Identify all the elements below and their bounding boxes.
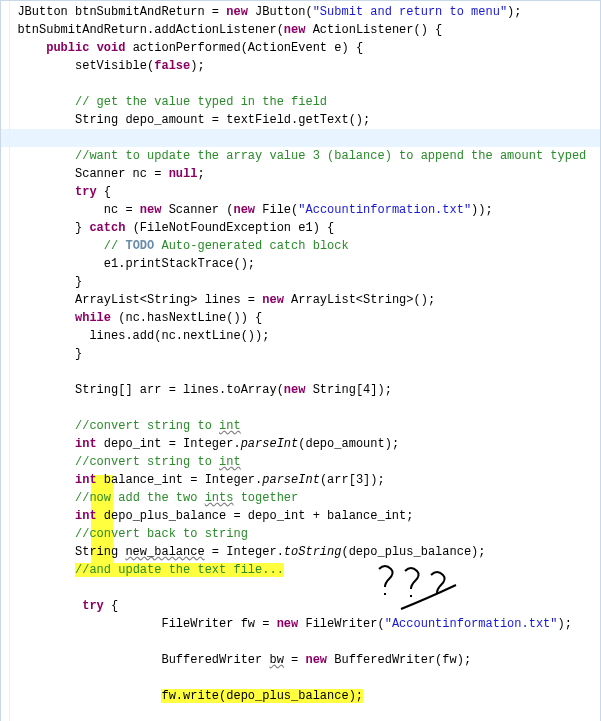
code-token: // <box>104 239 126 253</box>
code-token: } <box>3 347 82 361</box>
code-token: new <box>277 617 299 631</box>
code-line <box>1 129 600 147</box>
code-token <box>3 437 75 451</box>
code-editor[interactable]: JButton btnSubmitAndReturn = new JButton… <box>0 0 601 721</box>
code-token: TODO <box>125 239 154 253</box>
code-token <box>3 5 17 19</box>
code-line: int balance_int = Integer.parseInt(arr[3… <box>1 471 600 489</box>
code-token: parseInt <box>262 473 320 487</box>
code-line: } catch (FileNotFoundException e1) { <box>1 219 600 237</box>
code-line <box>1 669 600 687</box>
code-line: //convert string to int <box>1 453 600 471</box>
code-token: (depo_plus_balance); <box>341 545 485 559</box>
code-token: Scanner ( <box>161 203 233 217</box>
code-token <box>3 491 75 505</box>
code-line: lines.add(nc.nextLine()); <box>1 327 600 345</box>
code-line: nc = new Scanner (new File("Accountinfor… <box>1 201 600 219</box>
code-token <box>3 185 75 199</box>
code-token: int <box>75 437 97 451</box>
code-token: (FileNotFoundException e1) { <box>125 221 334 235</box>
code-token: lines.add(nc.nextLine()); <box>3 329 269 343</box>
code-token: String <box>3 545 125 559</box>
code-token: ActionListener() { <box>305 23 442 37</box>
code-token: //want to update the array value 3 (bala… <box>75 149 586 163</box>
code-line: } <box>1 345 600 363</box>
code-token: int <box>219 419 241 433</box>
code-token: BufferedWriter(fw); <box>327 653 471 667</box>
code-token <box>3 419 75 433</box>
code-token: catch <box>89 221 125 235</box>
code-token <box>3 473 75 487</box>
code-token: ArrayList<String>(); <box>284 293 435 307</box>
code-line: JButton btnSubmitAndReturn = new JButton… <box>1 3 600 21</box>
code-token: setVisible( <box>3 59 154 73</box>
code-line: while (nc.hasNextLine()) { <box>1 309 600 327</box>
code-token: ); <box>507 5 521 19</box>
code-token: ); <box>558 617 572 631</box>
code-token: Auto-generated catch block <box>154 239 348 253</box>
margin-edge <box>9 1 10 721</box>
code-line: // TODO Auto-generated catch block <box>1 237 600 255</box>
code-token: fw.write(depo_plus_balance); <box>161 689 363 703</box>
code-token: try <box>82 599 104 613</box>
code-token <box>3 149 75 163</box>
code-token: try <box>75 185 97 199</box>
code-line: try { <box>1 183 600 201</box>
code-token: { <box>97 185 111 199</box>
code-line: int depo_plus_balance = depo_int + balan… <box>1 507 600 525</box>
code-token: { <box>104 599 118 613</box>
code-token: (depo_amount); <box>298 437 399 451</box>
code-line: e1.printStackTrace(); <box>1 255 600 273</box>
code-line <box>1 363 600 381</box>
code-token: String[4]); <box>305 383 391 397</box>
code-line: //convert string to int <box>1 417 600 435</box>
code-token: )); <box>471 203 493 217</box>
code-token: new <box>284 383 306 397</box>
code-token: } <box>3 275 82 289</box>
code-token: int <box>75 509 97 523</box>
code-token: actionPerformed(ActionEvent e) { <box>125 41 363 55</box>
code-token: depo_plus_balance = depo_int + balance_i… <box>97 509 414 523</box>
code-line: btnSubmitAndReturn.addActionListener(new… <box>1 21 600 39</box>
code-token: new <box>262 293 284 307</box>
code-token: ints <box>205 491 234 505</box>
code-line: BufferedWriter bw = new BufferedWriter(f… <box>1 651 600 669</box>
code-token: false <box>154 59 190 73</box>
code-token: String depo_amount = textField.getText()… <box>3 113 370 127</box>
code-line: //now add the two ints together <box>1 489 600 507</box>
code-token: ); <box>190 59 204 73</box>
code-token: while <box>75 311 111 325</box>
code-token: ArrayList<String> lines = <box>3 293 262 307</box>
code-token: (arr[3]); <box>320 473 385 487</box>
code-line: setVisible(false); <box>1 57 600 75</box>
code-token: new <box>284 23 306 37</box>
code-token: JButton( <box>248 5 313 19</box>
code-line: FileWriter fw = new FileWriter("Accounti… <box>1 615 600 633</box>
code-token <box>3 131 75 145</box>
code-token <box>3 527 75 541</box>
code-token: File( <box>255 203 298 217</box>
code-token <box>3 311 75 325</box>
code-token: FileWriter fw = <box>3 617 277 631</box>
code-line: Scanner nc = null; <box>1 165 600 183</box>
code-line: } <box>1 273 600 291</box>
code-token: e1.printStackTrace(); <box>3 257 255 271</box>
code-line: String depo_amount = textField.getText()… <box>1 111 600 129</box>
code-line: //convert back to string <box>1 525 600 543</box>
code-line: public void actionPerformed(ActionEvent … <box>1 39 600 57</box>
code-line: //and update the text file... <box>1 561 600 579</box>
code-token: ; <box>197 167 204 181</box>
code-token: FileWriter( <box>298 617 384 631</box>
code-token: "Submit and return to menu" <box>313 5 507 19</box>
code-token: JButton btnSubmitAndReturn = <box>17 5 226 19</box>
code-token: = Integer. <box>205 545 284 559</box>
code-line <box>1 399 600 417</box>
code-token: //and update the text file... <box>75 563 284 577</box>
code-token: btnSubmitAndReturn.addActionListener( <box>3 23 284 37</box>
code-line: ArrayList<String> lines = new ArrayList<… <box>1 291 600 309</box>
code-line <box>1 579 600 597</box>
code-token <box>3 599 82 613</box>
code-token: new <box>305 653 327 667</box>
code-token: String[] arr = lines.toArray( <box>3 383 284 397</box>
code-line: String new_balance = Integer.toString(de… <box>1 543 600 561</box>
